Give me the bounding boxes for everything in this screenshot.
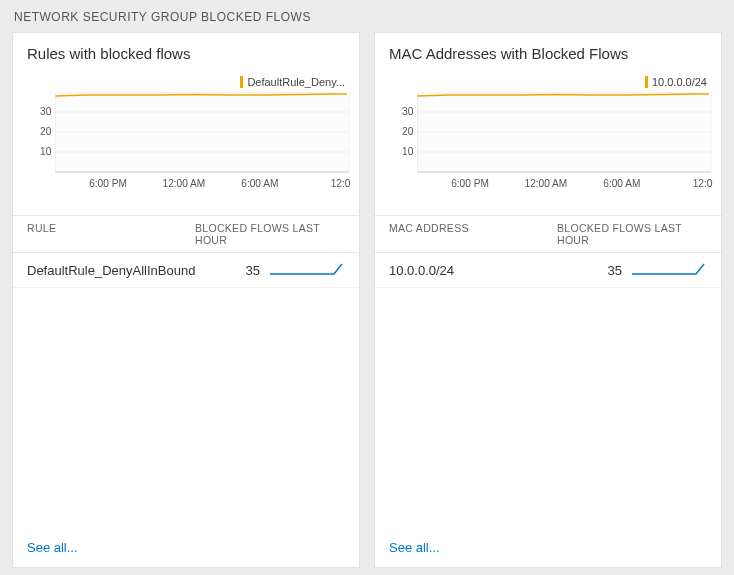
svg-text:20: 20 — [40, 126, 52, 137]
rules-sparkline — [270, 261, 345, 279]
svg-text:20: 20 — [402, 126, 414, 137]
macs-row-value: 35 — [602, 263, 632, 278]
svg-text:6:00 AM: 6:00 AM — [241, 178, 278, 189]
macs-legend-label: 10.0.0.0/24 — [652, 76, 707, 88]
svg-text:12:00 P: 12:00 P — [331, 178, 351, 189]
table-row[interactable]: DefaultRule_DenyAllInBound 35 — [13, 253, 359, 288]
svg-text:6:00 PM: 6:00 PM — [89, 178, 127, 189]
panel-rules-title: Rules with blocked flows — [13, 33, 359, 68]
svg-text:10: 10 — [40, 146, 52, 157]
macs-sparkline — [632, 261, 707, 279]
see-all-link[interactable]: See all... — [389, 540, 440, 555]
panel-macs-title: MAC Addresses with Blocked Flows — [375, 33, 721, 68]
svg-text:30: 30 — [40, 106, 52, 117]
table-row[interactable]: 10.0.0.0/24 35 — [375, 253, 721, 288]
panel-macs: MAC Addresses with Blocked Flows 10.0.0.… — [374, 32, 722, 568]
macs-row-name: 10.0.0.0/24 — [389, 263, 602, 278]
svg-text:12:00 AM: 12:00 AM — [163, 178, 206, 189]
rules-legend-label: DefaultRule_Deny... — [247, 76, 345, 88]
svg-text:30: 30 — [402, 106, 414, 117]
rules-row-value: 35 — [240, 263, 270, 278]
macs-header-mac: MAC ADDRESS — [389, 222, 557, 246]
legend-swatch-icon — [240, 76, 243, 88]
rules-header-rule: RULE — [27, 222, 195, 246]
macs-chart: 10 20 30 6:00 PM 12:00 AM 6:00 AM 12:00 … — [389, 92, 713, 207]
svg-text:12:00 P: 12:00 P — [693, 178, 713, 189]
rules-header-flows: BLOCKED FLOWS LAST HOUR — [195, 222, 345, 246]
dashboard-title: NETWORK SECURITY GROUP BLOCKED FLOWS — [0, 0, 734, 32]
macs-header-flows: BLOCKED FLOWS LAST HOUR — [557, 222, 707, 246]
rules-chart: 10 20 30 6:00 PM 12:00 AM 6:00 AM 12:00 … — [27, 92, 351, 207]
panels-container: Rules with blocked flows DefaultRule_Den… — [0, 32, 734, 568]
panel-rules: Rules with blocked flows DefaultRule_Den… — [12, 32, 360, 568]
rules-row-name: DefaultRule_DenyAllInBound — [27, 263, 240, 278]
see-all-link[interactable]: See all... — [27, 540, 78, 555]
rules-chart-legend: DefaultRule_Deny... — [27, 68, 351, 92]
svg-text:6:00 PM: 6:00 PM — [451, 178, 489, 189]
svg-text:6:00 AM: 6:00 AM — [603, 178, 640, 189]
macs-chart-legend: 10.0.0.0/24 — [389, 68, 713, 92]
svg-text:10: 10 — [402, 146, 414, 157]
svg-text:12:00 AM: 12:00 AM — [525, 178, 568, 189]
legend-swatch-icon — [645, 76, 648, 88]
